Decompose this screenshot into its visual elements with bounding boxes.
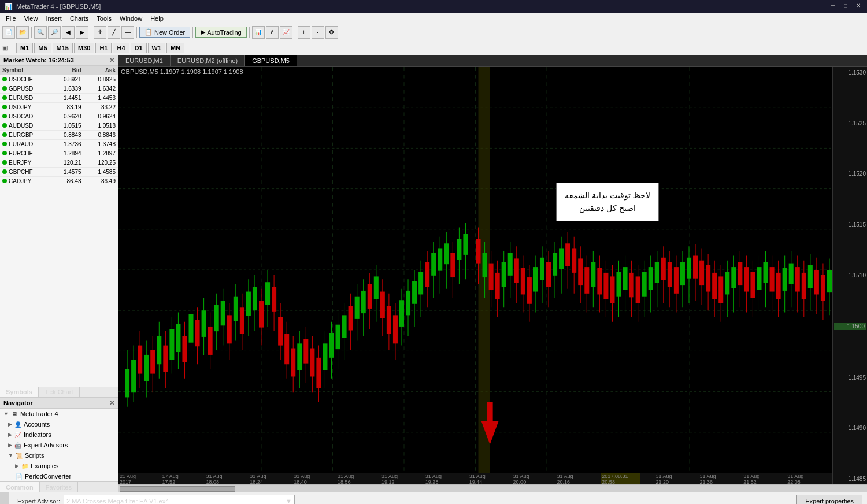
chart-tab-eurusd-m2[interactable]: EURUSD,M2 (offline) bbox=[171, 55, 245, 66]
minimize-button[interactable]: ─ bbox=[829, 2, 837, 10]
tab-favorites[interactable]: Favorites bbox=[40, 482, 78, 492]
svg-rect-94 bbox=[361, 291, 366, 313]
title-bar-left: 📊 MetaTrader 4 - [GBPUSD,M5] bbox=[5, 3, 101, 10]
timeframe-label: ▣ bbox=[2, 45, 8, 51]
menu-window[interactable]: Window bbox=[116, 14, 146, 23]
mw-row-cadjpy[interactable]: CADJPY 86.43 86.49 bbox=[0, 177, 118, 186]
forward-button[interactable]: ▶ bbox=[76, 26, 88, 39]
mw-row-eurjpy[interactable]: EURJPY 120.21 120.25 bbox=[0, 158, 118, 168]
nav-scripts[interactable]: ▼ 📜 Scripts bbox=[0, 450, 118, 461]
nav-accounts[interactable]: ▶ 👤 Accounts bbox=[0, 419, 118, 429]
open-button[interactable]: 📂 bbox=[16, 26, 29, 39]
mw-row-gbpusd[interactable]: GBPUSD 1.6339 1.6342 bbox=[0, 84, 118, 94]
nav-examples[interactable]: ▶ 📁 Examples bbox=[0, 461, 118, 471]
navigator-close[interactable]: ✕ bbox=[109, 399, 114, 407]
tf-m15-button[interactable]: M15 bbox=[53, 43, 73, 53]
tf-w1-button[interactable]: W1 bbox=[148, 43, 166, 53]
expand-icon: ▼ bbox=[3, 411, 9, 417]
svg-rect-32 bbox=[163, 346, 168, 372]
properties-button[interactable]: ⚙ bbox=[325, 26, 338, 39]
tab-tick-chart[interactable]: Tick Chart bbox=[39, 387, 80, 397]
timeframe-toolbar: ▣ M1 M5 M15 M30 H1 H4 D1 W1 MN bbox=[0, 40, 867, 55]
svg-rect-216 bbox=[757, 267, 761, 290]
svg-rect-146 bbox=[533, 267, 538, 291]
mw-row-eurchf[interactable]: EURCHF 1.2894 1.2897 bbox=[0, 149, 118, 158]
nav-metatrader4[interactable]: ▼ 🖥 MetaTrader 4 bbox=[0, 409, 118, 419]
svg-rect-68 bbox=[278, 317, 283, 346]
new-order-label: New Order bbox=[154, 29, 185, 36]
back-button[interactable]: ◀ bbox=[62, 26, 75, 39]
annotation-line1: لاحظ توقيت بداية الشمعه bbox=[565, 189, 650, 202]
close-button[interactable]: ✕ bbox=[854, 2, 862, 10]
time-label-6: 31 Aug 18:56 bbox=[338, 473, 365, 485]
chart-canvas: GBPUSD,M5 1.1907 1.1908 1.1907 1.1908 bbox=[118, 67, 867, 484]
nav-expert-advisors[interactable]: ▶ 🤖 Expert Advisors bbox=[0, 440, 118, 450]
tab-symbols[interactable]: Symbols bbox=[0, 387, 39, 397]
ea-row: Expert Advisor: 2 MA Crosses Mega filter… bbox=[9, 492, 867, 504]
mw-row-usdcad[interactable]: USDCAD 0.9620 0.9624 bbox=[0, 112, 118, 121]
maximize-button[interactable]: □ bbox=[842, 2, 850, 10]
tf-m30-button[interactable]: M30 bbox=[74, 43, 94, 53]
mw-row-eurgbp[interactable]: EURGBP 0.8843 0.8846 bbox=[0, 131, 118, 140]
zoom-button[interactable]: + bbox=[298, 26, 310, 39]
candle-button[interactable]: 🕯 bbox=[266, 26, 279, 39]
tab-common[interactable]: Common bbox=[0, 482, 40, 492]
chart-tab-eurusd-m1[interactable]: EURUSD,M1 bbox=[118, 55, 171, 66]
menu-tools[interactable]: Tools bbox=[93, 14, 115, 23]
tf-m1-button[interactable]: M1 bbox=[16, 43, 33, 53]
new-chart-button[interactable]: 📄 bbox=[2, 26, 15, 39]
mw-row-usdjpy[interactable]: USDJPY 83.19 83.22 bbox=[0, 103, 118, 112]
mw-row-gbpchf[interactable]: GBPCHF 1.4575 1.4585 bbox=[0, 168, 118, 177]
zoom-in-button[interactable]: 🔍 bbox=[34, 26, 47, 39]
title-bar: 📊 MetaTrader 4 - [GBPUSD,M5] ─ □ ✕ bbox=[0, 0, 867, 13]
hline-button[interactable]: — bbox=[121, 26, 134, 39]
svg-rect-92 bbox=[355, 297, 360, 319]
mw-row-audusd[interactable]: AUDUSD 1.0515 1.0518 bbox=[0, 121, 118, 131]
chart-scrollbar[interactable] bbox=[118, 484, 867, 492]
chart-tab-gbpusd-m5[interactable]: GBPUSD,M5 bbox=[245, 55, 297, 66]
menu-view[interactable]: View bbox=[21, 14, 42, 23]
strategy-tester-content: Expert Advisor: 2 MA Crosses Mega filter… bbox=[9, 492, 867, 504]
line-button[interactable]: ╱ bbox=[108, 26, 120, 39]
nav-indicators[interactable]: ▶ 📈 Indicators bbox=[0, 429, 118, 440]
svg-rect-190 bbox=[674, 267, 679, 294]
expert-properties-button[interactable]: Expert properties bbox=[796, 495, 862, 504]
mw-row-eurusd[interactable]: EURUSD 1.4451 1.4453 bbox=[0, 94, 118, 103]
svg-rect-176 bbox=[629, 273, 634, 297]
menu-insert[interactable]: Insert bbox=[42, 14, 65, 23]
svg-rect-74 bbox=[297, 343, 302, 370]
tf-h4-button[interactable]: H4 bbox=[113, 43, 129, 53]
svg-rect-184 bbox=[655, 262, 659, 283]
new-order-button[interactable]: 📋 New Order bbox=[139, 27, 190, 38]
svg-rect-22 bbox=[131, 360, 136, 392]
menu-file[interactable]: File bbox=[2, 14, 20, 23]
svg-rect-46 bbox=[208, 327, 213, 355]
svg-rect-52 bbox=[227, 315, 232, 343]
market-watch-close[interactable]: ✕ bbox=[109, 57, 114, 64]
unzoom-button[interactable]: - bbox=[312, 26, 324, 39]
nav-period-converter[interactable]: 📄 PeriodConverter bbox=[0, 471, 118, 481]
time-label-1: 21 Aug 2017 bbox=[120, 473, 146, 485]
mw-row-usdchf[interactable]: USDCHF 0.8921 0.8925 bbox=[0, 75, 118, 84]
svg-rect-122 bbox=[450, 253, 455, 277]
autotrading-button[interactable]: ▶ AutoTrading bbox=[195, 27, 247, 38]
zoom-out-button[interactable]: 🔎 bbox=[48, 26, 61, 39]
line-chart-button[interactable]: 📈 bbox=[280, 26, 292, 39]
menu-help[interactable]: Help bbox=[147, 14, 167, 23]
market-watch-tabs: Symbols Tick Chart bbox=[0, 387, 118, 398]
mw-row-euraud[interactable]: EURAUD 1.3736 1.3748 bbox=[0, 140, 118, 149]
tf-m5-button[interactable]: M5 bbox=[34, 43, 51, 53]
time-label-highlighted: 2017.08.31 20:58 bbox=[601, 473, 639, 485]
tf-h1-button[interactable]: H1 bbox=[95, 43, 112, 53]
tf-mn-button[interactable]: MN bbox=[166, 43, 184, 53]
strategy-tester-sidebar[interactable]: Strategy Tester bbox=[0, 492, 9, 504]
scroll-thumb[interactable] bbox=[120, 486, 235, 492]
menu-charts[interactable]: Charts bbox=[66, 14, 92, 23]
crosshair-button[interactable]: ✛ bbox=[94, 26, 106, 39]
tf-d1-button[interactable]: D1 bbox=[131, 43, 147, 53]
svg-rect-110 bbox=[412, 281, 417, 304]
ea-dropdown[interactable]: 2 MA Crosses Mega filter EA V1.ex4 ▼ bbox=[64, 495, 295, 504]
strategy-tester-panel: Strategy Tester Expert Advisor: 2 MA Cro… bbox=[0, 492, 867, 504]
svg-rect-118 bbox=[438, 248, 442, 270]
bar-chart-button[interactable]: 📊 bbox=[252, 26, 265, 39]
